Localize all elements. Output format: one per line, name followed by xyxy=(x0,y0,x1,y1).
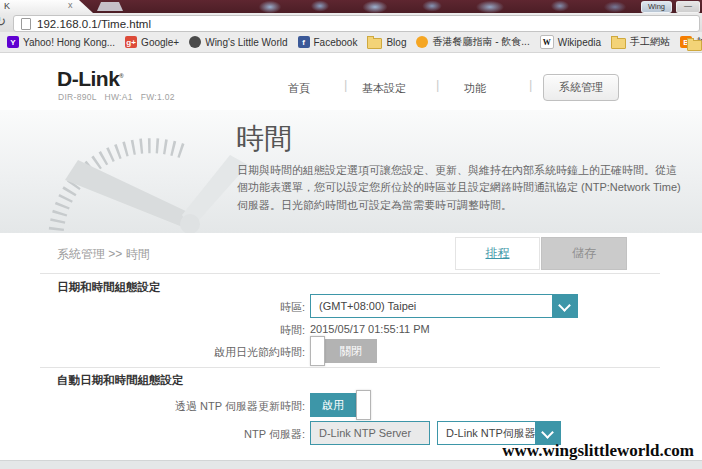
yahoo-icon: Y xyxy=(7,36,19,48)
hero-banner: 時間 日期與時間的組態設定選項可讓您設定、更新、與維持在內部系統時鐘上的正確時間… xyxy=(0,110,702,233)
current-time-value: 2015/05/17 01:55:11 PM xyxy=(310,323,430,335)
schedule-button[interactable]: 排程 xyxy=(455,237,540,270)
page-title: 時間 xyxy=(236,120,292,158)
breadcrumb: 系統管理 >> 時間 xyxy=(57,246,150,263)
bookmark-label: Yahoo! Hong Kong... xyxy=(23,37,115,48)
bookmark-google-plus[interactable]: g+ Google+ xyxy=(125,36,179,48)
registered-mark: ® xyxy=(119,73,123,79)
bookmark-wikipedia[interactable]: W Wikipedia xyxy=(540,35,601,49)
reload-icon[interactable]: ↻ xyxy=(0,14,6,29)
clock-gauge-graphic xyxy=(40,110,260,233)
section-title-datetime: 日期和時間組態設定 xyxy=(57,280,161,295)
facebook-icon: f xyxy=(298,36,310,48)
page-icon xyxy=(21,18,31,30)
ntp-update-toggle[interactable]: 啟用 xyxy=(310,390,371,420)
ntp-server-label: NTP 伺服器: xyxy=(244,427,305,442)
chevron-down-icon[interactable] xyxy=(552,295,577,317)
profile-button[interactable]: Wing xyxy=(641,1,672,13)
folder-icon xyxy=(611,38,626,49)
timezone-select[interactable]: (GMT+08:00) Taipei xyxy=(310,294,578,318)
bookmark-label: Google+ xyxy=(141,37,179,48)
url-box[interactable]: 192.168.0.1/Time.html xyxy=(13,15,700,32)
folder-icon xyxy=(367,38,382,49)
tab-close-icon[interactable]: x xyxy=(68,0,73,10)
dlink-logo: D-Link® xyxy=(57,67,123,91)
tab-features[interactable]: 功能 xyxy=(464,81,486,96)
tab-home[interactable]: 首頁 xyxy=(288,81,310,96)
wikipedia-icon: W xyxy=(540,35,554,49)
dst-label: 啟用日光節約時間: xyxy=(214,345,305,360)
google-plus-icon: g+ xyxy=(125,36,137,48)
divider xyxy=(40,273,660,274)
browser-tab[interactable]: K x xyxy=(0,0,93,13)
openrice-icon xyxy=(416,36,428,48)
address-bar: ↻ 192.168.0.1/Time.html xyxy=(0,13,702,32)
dst-toggle-state: 關閉 xyxy=(325,339,377,363)
page-header: D-Link® DIR-890L HW:A1 FW:1.02 首頁 | 基本設定… xyxy=(0,53,702,110)
toggle-knob[interactable] xyxy=(310,336,325,366)
divider xyxy=(40,367,660,368)
bookmark-openrice[interactable]: 香港餐廳指南 - 飲食... xyxy=(416,35,529,49)
device-model: DIR-890L HW:A1 FW:1.02 xyxy=(58,92,175,102)
nav-separator: | xyxy=(436,77,439,92)
time-label: 時間: xyxy=(280,323,305,338)
bookmark-wings-world[interactable]: Wing's Little World xyxy=(189,36,287,48)
bookmark-blog[interactable]: Blog xyxy=(367,36,406,49)
timezone-selected-value: (GMT+08:00) Taipei xyxy=(311,295,552,317)
bookmarks-bar: Y Yahoo! Hong Kong... g+ Google+ Wing's … xyxy=(0,32,702,53)
ntp-update-label: 透過 NTP 伺服器更新時間: xyxy=(175,399,305,414)
bookmark-facebook[interactable]: f Facebook xyxy=(298,36,358,48)
toggle-knob[interactable] xyxy=(356,390,371,420)
new-tab-button[interactable] xyxy=(97,2,123,11)
url-text[interactable]: 192.168.0.1/Time.html xyxy=(37,18,151,30)
nav-separator: | xyxy=(344,77,347,92)
tab-management-active[interactable]: 系統管理 xyxy=(543,74,619,101)
bookmark-label: 香港餐廳指南 - 飲食... xyxy=(432,35,529,49)
ntp-server-input[interactable] xyxy=(310,421,430,445)
bookmark-label: Blog xyxy=(386,37,406,48)
dst-toggle[interactable]: 關閉 xyxy=(310,336,377,366)
bookmark-label: Wikipedia xyxy=(558,37,601,48)
save-button[interactable]: 儲存 xyxy=(541,237,627,270)
section-title-auto-datetime: 自動日期和時間組態設定 xyxy=(57,373,184,388)
watermark-text: www.wingslittleworld.com xyxy=(502,441,694,461)
timezone-label: 時區: xyxy=(280,300,305,315)
minimize-button[interactable]: — xyxy=(676,1,700,13)
page-description: 日期與時間的組態設定選項可讓您設定、更新、與維持在內部系統時鐘上的正確時間。從這… xyxy=(237,162,681,214)
ntp-toggle-state: 啟用 xyxy=(310,393,356,417)
tab-title: K xyxy=(4,1,10,11)
browser-titlebar: K x Wing — xyxy=(0,0,702,13)
bookmark-label: Facebook xyxy=(314,37,358,48)
nav-separator: | xyxy=(529,77,532,92)
footer-strip xyxy=(0,460,702,469)
tab-basic-settings[interactable]: 基本設定 xyxy=(362,81,406,96)
wings-world-icon xyxy=(189,36,201,48)
bookmark-label: Wing's Little World xyxy=(205,37,287,48)
bookmark-yahoo[interactable]: Y Yahoo! Hong Kong... xyxy=(7,36,115,48)
bookmarks-overflow-icon[interactable]: » xyxy=(661,34,668,48)
other-bookmarks-folder-icon[interactable] xyxy=(687,40,702,51)
